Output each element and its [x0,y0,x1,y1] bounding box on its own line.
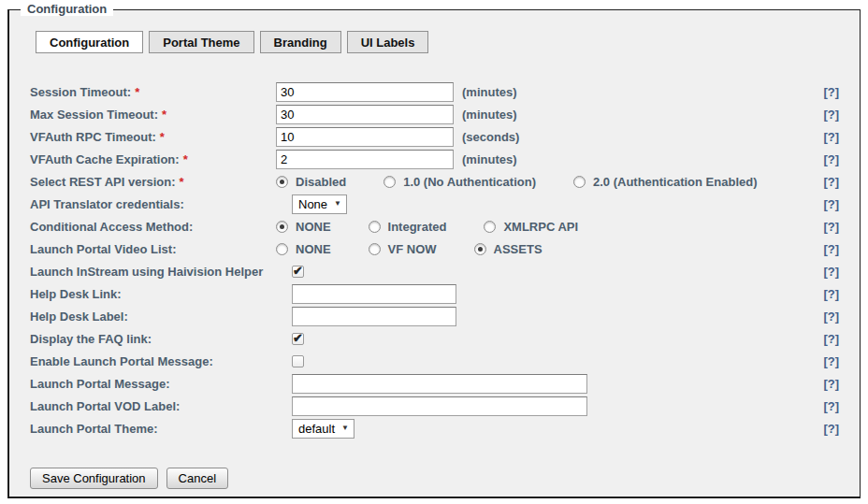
radio-option-2-0[interactable]: 2.0 (Authentication Enabled) [573,175,758,189]
radio-icon[interactable] [276,221,288,233]
field-label: Enable Launch Portal Message: [30,354,292,368]
row-conditional-access-method: Conditional Access Method: NONE Integrat… [30,215,839,238]
help-link[interactable]: [?] [823,175,839,189]
radio-option-disabled[interactable]: Disabled [276,175,346,189]
tab-portal-theme[interactable]: Portal Theme [149,31,253,53]
row-enable-launch-portal-message: Enable Launch Portal Message: [?] [30,350,839,372]
radio-option-vf-now[interactable]: VF NOW [369,242,437,256]
row-max-session-timeout: Max Session Timeout:* (minutes) [?] [30,103,839,125]
help-desk-label-input[interactable] [292,307,456,326]
api-translator-credentials-select[interactable]: None ▼ [292,194,347,214]
field-label: Launch Portal Video List: [30,242,276,256]
radio-icon[interactable] [573,176,586,188]
field-label-text: Enable Launch Portal Message: [30,354,213,368]
radio-option-integrated[interactable]: Integrated [369,220,447,234]
radio-icon[interactable] [276,243,288,255]
radio-label: NONE [296,220,331,234]
display-faq-checkbox[interactable] [292,333,304,345]
field-label-text: Launch Portal Video List: [30,242,177,256]
radio-icon[interactable] [369,221,381,233]
unit-label: (seconds) [462,130,519,144]
row-launch-instream: Launch InStream using Haivision Helper [… [30,260,839,282]
field-label: VFAuth RPC Timeout:* [30,130,276,144]
tab-ui-labels[interactable]: UI Labels [347,31,429,53]
row-launch-portal-message: Launch Portal Message: [?] [30,372,839,395]
field-label: VFAuth Cache Expiration:* [30,152,276,166]
tab-configuration[interactable]: Configuration [36,31,143,53]
enable-launch-portal-message-checkbox[interactable] [292,355,304,367]
cancel-button[interactable]: Cancel [166,468,228,489]
field-label: Launch Portal VOD Label: [30,399,292,413]
radio-option-xmlrpc-api[interactable]: XMLRPC API [484,220,578,234]
field-label-text: Launch Portal Message: [30,377,170,391]
radio-label: ASSETS [494,242,542,256]
launch-portal-theme-select[interactable]: default ▼ [292,419,354,439]
tab-branding[interactable]: Branding [260,31,341,53]
field-label-text: Launch InStream using Haivision Helper [30,265,263,279]
help-link[interactable]: [?] [823,399,839,413]
field-label-text: Session Timeout: [30,85,131,99]
launch-portal-message-input[interactable] [292,374,587,394]
help-link[interactable]: [?] [823,242,839,256]
field-label-text: API Translator credentials: [30,197,184,211]
field-label: Launch InStream using Haivision Helper [30,265,292,279]
help-link[interactable]: [?] [823,85,839,99]
help-link[interactable]: [?] [823,354,839,368]
radio-icon[interactable] [474,243,486,255]
row-launch-portal-vod-label: Launch Portal VOD Label: [?] [30,395,839,417]
field-label-text: Conditional Access Method: [30,220,193,234]
radio-label: NONE [296,242,331,256]
help-link[interactable]: [?] [823,332,839,346]
vfauth-rpc-timeout-input[interactable] [276,127,454,147]
field-label: Max Session Timeout:* [30,108,276,122]
required-marker: * [183,152,188,166]
radio-option-assets[interactable]: ASSETS [474,242,542,256]
row-launch-portal-video-list: Launch Portal Video List: NONE VF NOW AS… [30,238,839,260]
field-label-text: VFAuth Cache Expiration: [30,152,180,166]
required-marker: * [180,175,184,189]
max-session-timeout-input[interactable] [276,105,454,124]
radio-icon[interactable] [383,176,396,188]
radio-option-none[interactable]: NONE [276,220,331,234]
help-link[interactable]: [?] [823,220,839,234]
radio-label: 1.0 (No Authentication) [403,175,536,189]
configuration-fieldset: Configuration Configuration Portal Theme… [7,9,861,498]
dropdown-arrow-icon: ▼ [334,200,341,208]
row-api-translator-credentials: API Translator credentials: None ▼ [?] [30,193,839,215]
radio-icon[interactable] [276,176,288,188]
field-label: Display the FAQ link: [30,332,292,346]
help-link[interactable]: [?] [823,422,839,436]
field-label: Launch Portal Message: [30,377,292,391]
launch-portal-vod-label-input[interactable] [292,396,587,416]
save-configuration-button[interactable]: Save Configuration [30,468,158,489]
session-timeout-input[interactable] [276,82,454,102]
field-label: Launch Portal Theme: [30,422,292,436]
field-label: Conditional Access Method: [30,220,276,234]
radio-option-none[interactable]: NONE [276,242,331,256]
help-link[interactable]: [?] [823,152,839,166]
help-link[interactable]: [?] [823,287,839,301]
unit-label: (minutes) [462,85,517,99]
help-link[interactable]: [?] [823,108,839,122]
row-vfauth-cache-expiration: VFAuth Cache Expiration:* (minutes) [?] [30,148,839,170]
help-desk-link-input[interactable] [292,284,456,304]
help-link[interactable]: [?] [823,197,839,211]
help-link[interactable]: [?] [823,377,839,391]
launch-instream-checkbox[interactable] [292,266,304,278]
radio-icon[interactable] [369,243,381,255]
field-label: Session Timeout:* [30,85,276,99]
row-launch-portal-theme: Launch Portal Theme: default ▼ [?] [30,417,839,439]
required-marker: * [162,108,166,122]
field-label-text: Max Session Timeout: [30,108,158,122]
vfauth-cache-expiration-input[interactable] [276,150,454,169]
radio-option-1-0[interactable]: 1.0 (No Authentication) [383,175,536,189]
help-link[interactable]: [?] [823,310,839,324]
field-label: API Translator credentials: [30,197,292,211]
help-link[interactable]: [?] [823,130,839,144]
radio-icon[interactable] [484,221,496,233]
row-rest-api-version: Select REST API version:* Disabled 1.0 (… [30,170,839,193]
unit-label: (minutes) [462,108,517,122]
form: Session Timeout:* (minutes) [?] Max Sess… [9,80,860,439]
radio-label: XMLRPC API [503,220,578,234]
help-link[interactable]: [?] [823,265,839,279]
